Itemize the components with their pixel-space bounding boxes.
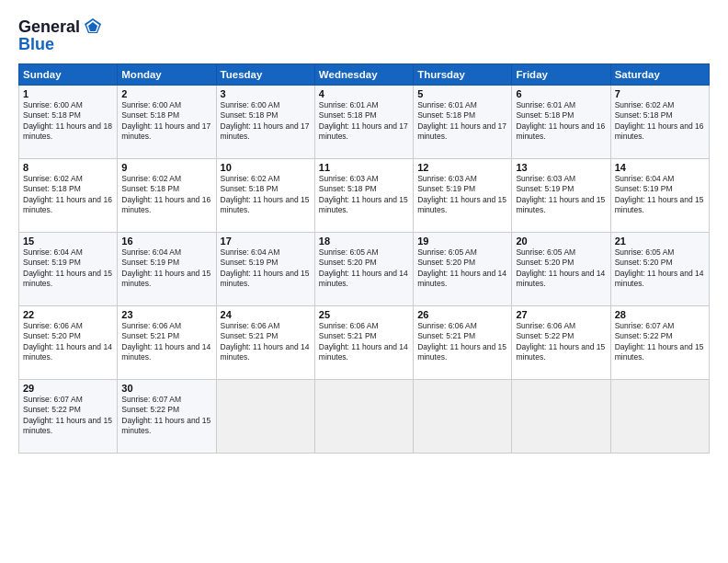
calendar-day-cell: 6Sunrise: 6:01 AMSunset: 5:18 PMDaylight…	[512, 86, 610, 159]
logo-blue-text: Blue	[18, 35, 103, 54]
day-number: 29	[23, 383, 113, 394]
day-info: Sunrise: 6:04 AMSunset: 5:19 PMDaylight:…	[121, 247, 211, 290]
day-number: 15	[23, 236, 113, 247]
calendar-page: General Blue SundayMondayTuesdayWednesda…	[0, 0, 728, 563]
day-number: 26	[417, 309, 507, 320]
day-number: 8	[23, 162, 113, 173]
day-number: 5	[417, 88, 507, 99]
day-info: Sunrise: 6:04 AMSunset: 5:19 PMDaylight:…	[221, 247, 311, 290]
calendar-body: 1Sunrise: 6:00 AMSunset: 5:18 PMDaylight…	[19, 86, 710, 454]
weekday-header-cell: Monday	[118, 64, 216, 86]
day-number: 3	[221, 88, 311, 99]
day-info: Sunrise: 6:06 AMSunset: 5:21 PMDaylight:…	[121, 321, 211, 363]
calendar-day-cell	[610, 380, 709, 454]
weekday-header-cell: Saturday	[610, 64, 709, 86]
calendar-day-cell	[216, 380, 314, 454]
day-number: 24	[221, 309, 311, 320]
calendar-day-cell: 9Sunrise: 6:02 AMSunset: 5:18 PMDaylight…	[118, 159, 216, 233]
calendar-day-cell: 23Sunrise: 6:06 AMSunset: 5:21 PMDayligh…	[118, 306, 216, 380]
day-number: 12	[417, 162, 507, 173]
day-number: 7	[615, 88, 705, 99]
day-info: Sunrise: 6:00 AMSunset: 5:18 PMDaylight:…	[23, 100, 113, 143]
day-number: 20	[516, 236, 606, 247]
calendar-day-cell: 11Sunrise: 6:03 AMSunset: 5:18 PMDayligh…	[314, 159, 413, 233]
day-info: Sunrise: 6:01 AMSunset: 5:18 PMDaylight:…	[319, 100, 409, 143]
day-info: Sunrise: 6:05 AMSunset: 5:20 PMDaylight:…	[417, 247, 507, 290]
logo-flag-icon	[83, 17, 103, 37]
day-info: Sunrise: 6:05 AMSunset: 5:20 PMDaylight:…	[319, 247, 409, 290]
calendar-day-cell: 13Sunrise: 6:03 AMSunset: 5:19 PMDayligh…	[512, 159, 610, 233]
calendar-day-cell	[314, 380, 413, 454]
day-number: 2	[121, 88, 211, 99]
day-number: 22	[23, 309, 113, 320]
day-info: Sunrise: 6:03 AMSunset: 5:19 PMDaylight:…	[417, 174, 507, 216]
day-number: 11	[319, 162, 409, 173]
day-number: 6	[516, 88, 606, 99]
day-info: Sunrise: 6:04 AMSunset: 5:19 PMDaylight:…	[23, 247, 113, 290]
calendar-day-cell: 4Sunrise: 6:01 AMSunset: 5:18 PMDaylight…	[314, 86, 413, 159]
calendar-day-cell: 3Sunrise: 6:00 AMSunset: 5:18 PMDaylight…	[216, 86, 314, 159]
calendar-day-cell: 20Sunrise: 6:05 AMSunset: 5:20 PMDayligh…	[512, 233, 610, 306]
day-number: 23	[121, 309, 211, 320]
calendar-day-cell	[512, 380, 610, 454]
page-header: General Blue	[18, 17, 710, 54]
weekday-header-cell: Wednesday	[314, 64, 413, 86]
weekday-header-row: SundayMondayTuesdayWednesdayThursdayFrid…	[19, 64, 710, 86]
day-info: Sunrise: 6:07 AMSunset: 5:22 PMDaylight:…	[121, 395, 211, 437]
day-info: Sunrise: 6:06 AMSunset: 5:22 PMDaylight:…	[516, 321, 606, 363]
calendar-week-row: 15Sunrise: 6:04 AMSunset: 5:19 PMDayligh…	[19, 233, 710, 306]
calendar-day-cell: 12Sunrise: 6:03 AMSunset: 5:19 PMDayligh…	[414, 159, 512, 233]
day-number: 16	[121, 236, 211, 247]
calendar-day-cell: 14Sunrise: 6:04 AMSunset: 5:19 PMDayligh…	[610, 159, 709, 233]
calendar-day-cell: 27Sunrise: 6:06 AMSunset: 5:22 PMDayligh…	[512, 306, 610, 380]
day-number: 13	[516, 162, 606, 173]
day-number: 28	[615, 309, 705, 320]
day-info: Sunrise: 6:00 AMSunset: 5:18 PMDaylight:…	[121, 100, 211, 143]
calendar-day-cell: 24Sunrise: 6:06 AMSunset: 5:21 PMDayligh…	[216, 306, 314, 380]
day-info: Sunrise: 6:03 AMSunset: 5:19 PMDaylight:…	[516, 174, 606, 216]
day-number: 30	[121, 383, 211, 394]
day-number: 10	[221, 162, 311, 173]
calendar-day-cell: 18Sunrise: 6:05 AMSunset: 5:20 PMDayligh…	[314, 233, 413, 306]
day-info: Sunrise: 6:05 AMSunset: 5:20 PMDaylight:…	[615, 247, 705, 290]
calendar-table: SundayMondayTuesdayWednesdayThursdayFrid…	[18, 63, 710, 454]
logo-general-text: General	[18, 17, 80, 37]
weekday-header-cell: Sunday	[19, 64, 118, 86]
day-number: 17	[221, 236, 311, 247]
calendar-day-cell: 22Sunrise: 6:06 AMSunset: 5:20 PMDayligh…	[19, 306, 118, 380]
day-info: Sunrise: 6:07 AMSunset: 5:22 PMDaylight:…	[615, 321, 705, 363]
calendar-week-row: 29Sunrise: 6:07 AMSunset: 5:22 PMDayligh…	[19, 380, 710, 454]
day-number: 19	[417, 236, 507, 247]
calendar-day-cell: 8Sunrise: 6:02 AMSunset: 5:18 PMDaylight…	[19, 159, 118, 233]
day-number: 1	[23, 88, 113, 99]
day-info: Sunrise: 6:06 AMSunset: 5:21 PMDaylight:…	[319, 321, 409, 363]
calendar-day-cell: 28Sunrise: 6:07 AMSunset: 5:22 PMDayligh…	[610, 306, 709, 380]
calendar-day-cell: 29Sunrise: 6:07 AMSunset: 5:22 PMDayligh…	[19, 380, 118, 454]
weekday-header-cell: Thursday	[414, 64, 512, 86]
day-info: Sunrise: 6:00 AMSunset: 5:18 PMDaylight:…	[221, 100, 311, 143]
calendar-day-cell: 2Sunrise: 6:00 AMSunset: 5:18 PMDaylight…	[118, 86, 216, 159]
calendar-day-cell: 19Sunrise: 6:05 AMSunset: 5:20 PMDayligh…	[414, 233, 512, 306]
calendar-day-cell: 15Sunrise: 6:04 AMSunset: 5:19 PMDayligh…	[19, 233, 118, 306]
day-number: 27	[516, 309, 606, 320]
day-info: Sunrise: 6:01 AMSunset: 5:18 PMDaylight:…	[516, 100, 606, 143]
day-info: Sunrise: 6:06 AMSunset: 5:21 PMDaylight:…	[417, 321, 507, 363]
calendar-day-cell: 16Sunrise: 6:04 AMSunset: 5:19 PMDayligh…	[118, 233, 216, 306]
day-info: Sunrise: 6:07 AMSunset: 5:22 PMDaylight:…	[23, 395, 113, 437]
calendar-day-cell: 25Sunrise: 6:06 AMSunset: 5:21 PMDayligh…	[314, 306, 413, 380]
calendar-day-cell: 30Sunrise: 6:07 AMSunset: 5:22 PMDayligh…	[118, 380, 216, 454]
weekday-header-cell: Friday	[512, 64, 610, 86]
calendar-week-row: 22Sunrise: 6:06 AMSunset: 5:20 PMDayligh…	[19, 306, 710, 380]
calendar-day-cell: 10Sunrise: 6:02 AMSunset: 5:18 PMDayligh…	[216, 159, 314, 233]
calendar-day-cell: 7Sunrise: 6:02 AMSunset: 5:18 PMDaylight…	[610, 86, 709, 159]
calendar-day-cell: 17Sunrise: 6:04 AMSunset: 5:19 PMDayligh…	[216, 233, 314, 306]
calendar-day-cell: 26Sunrise: 6:06 AMSunset: 5:21 PMDayligh…	[414, 306, 512, 380]
calendar-day-cell: 21Sunrise: 6:05 AMSunset: 5:20 PMDayligh…	[610, 233, 709, 306]
calendar-week-row: 1Sunrise: 6:00 AMSunset: 5:18 PMDaylight…	[19, 86, 710, 159]
calendar-day-cell: 5Sunrise: 6:01 AMSunset: 5:18 PMDaylight…	[414, 86, 512, 159]
day-info: Sunrise: 6:02 AMSunset: 5:18 PMDaylight:…	[23, 174, 113, 216]
day-info: Sunrise: 6:06 AMSunset: 5:21 PMDaylight:…	[221, 321, 311, 363]
weekday-header-cell: Tuesday	[216, 64, 314, 86]
day-info: Sunrise: 6:02 AMSunset: 5:18 PMDaylight:…	[121, 174, 211, 216]
day-info: Sunrise: 6:03 AMSunset: 5:18 PMDaylight:…	[319, 174, 409, 216]
